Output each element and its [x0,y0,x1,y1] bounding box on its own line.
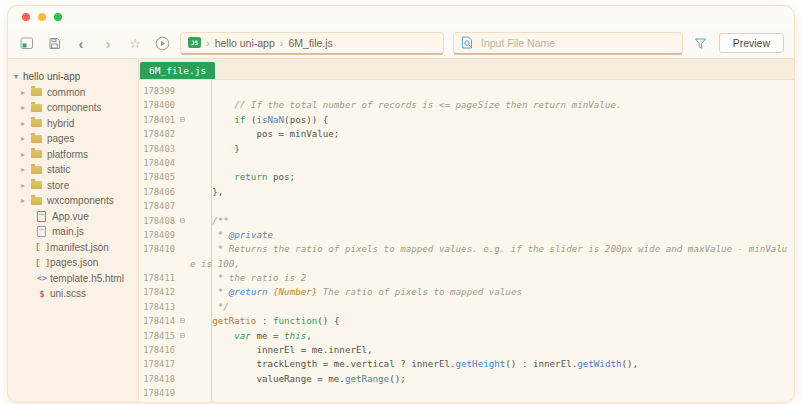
code-token: * the ratio is 2 [218,272,307,283]
code-line[interactable]: var me = this, [190,329,794,343]
code-row: 178402 pos = minValue; [139,127,794,141]
code-line[interactable]: }, [190,185,794,199]
chevron-right-icon[interactable]: ▸ [21,134,30,143]
code-token: (pos)) { [284,114,328,125]
folder-icon [31,150,42,158]
chevron-right-icon[interactable]: ▸ [21,181,30,190]
code-line[interactable]: if (isNaN(pos)) { [190,113,794,127]
code-row: 178406 }, [139,185,794,199]
file-icon: <> [35,273,49,283]
chevron-right-icon[interactable]: ▸ [21,103,30,112]
folder-icon [31,135,42,143]
code-line[interactable] [190,401,794,402]
code-token: getRange [345,373,389,384]
tree-item-folder[interactable]: ▸pages [8,131,138,147]
close-button[interactable] [22,13,30,21]
code-token [190,301,218,312]
main-content: ▾ hello uni-app ▸common▸components▸hybri… [8,59,794,402]
code-line[interactable]: * the ratio is 2 [190,271,794,285]
fold-marker-icon[interactable]: ⊟ [175,314,190,328]
code-area[interactable]: 178399178400 // If the total number of r… [139,80,794,402]
code-token: /** [212,215,229,226]
line-number: 178402 [139,127,175,141]
fold-marker-icon[interactable]: ⊟ [175,113,190,127]
code-row: 178419 [139,386,794,400]
forward-icon[interactable]: › [99,34,117,52]
code-token: // If the total number of records is <= … [234,99,621,110]
minimize-button[interactable] [38,13,46,21]
chevron-right-icon[interactable]: ▸ [21,150,30,159]
code-line[interactable]: /** [190,214,794,228]
code-line[interactable]: // If the total number of records is <= … [190,98,794,112]
preview-button[interactable]: Preview [719,33,784,53]
code-line[interactable]: } [190,142,794,156]
fold-marker-icon[interactable]: ⊟ [175,214,190,228]
chevron-right-icon[interactable]: ▸ [21,165,30,174]
run-icon[interactable] [153,34,171,52]
code-line[interactable]: * Returns the ratio of pixels to mapped … [190,242,794,256]
code-line[interactable]: return pos; [190,170,794,184]
file-name-input[interactable] [479,36,675,50]
code-token: this [284,330,306,341]
code-token [190,243,218,254]
code-line[interactable]: * @return {Number} The ratio of pixels t… [190,285,794,299]
zoom-button[interactable] [54,13,62,21]
breadcrumb[interactable]: JS ›hello uni-app›6M_file.js [180,32,444,55]
code-line[interactable]: getRatio : function() { [190,314,794,328]
tree-item-folder[interactable]: ▸platforms [8,147,138,163]
code-line[interactable]: */ [190,300,794,314]
tree-item-file[interactable]: <>template.h5.html [8,271,138,287]
code-row: 178413 */ [139,300,794,314]
line-number: 178407 [139,199,175,213]
code-row: 178410 * Returns the ratio of pixels to … [139,242,794,256]
tree-item-folder[interactable]: ▸static [8,162,138,178]
tree-item-file[interactable]: $uni.scss [8,286,138,302]
tree-item-folder[interactable]: ▸common [8,85,138,101]
tree-item-file[interactable]: main.js [8,224,138,240]
code-token: * Returns the ratio of pixels to mapped … [218,243,788,254]
code-token: * [218,286,229,297]
code-line[interactable]: innerEl = me.innerEl, [190,343,794,357]
code-line[interactable]: e is 100, [190,257,794,271]
code-line[interactable]: trackLength = me.vertical ? innerEl.getH… [190,357,794,371]
code-row: 178401⊟ if (isNaN(pos)) { [139,113,794,127]
star-icon[interactable]: ☆ [126,34,144,52]
code-line[interactable] [190,156,794,170]
file-icon: [ ] [35,258,49,268]
tree-item-folder[interactable]: ▸store [8,178,138,194]
code-line[interactable] [190,84,794,98]
tree-item-folder[interactable]: ▸hybrid [8,116,138,132]
chevron-right-icon[interactable]: ▸ [21,119,30,128]
breadcrumb-item[interactable]: hello uni-app [215,37,275,49]
code-token [190,330,234,341]
tree-item-file[interactable]: App.vue [8,209,138,225]
filter-icon[interactable] [692,34,710,52]
project-panel-icon[interactable] [18,34,36,52]
code-line[interactable] [190,199,794,213]
tree-item-file[interactable]: [ ]pages.json [8,255,138,271]
fold-spacer [175,142,190,156]
tree-item-file[interactable]: [ ]manifest.json [8,240,138,256]
tab-active[interactable]: 6M_file.js [140,62,215,79]
line-number: 178417 [139,357,175,371]
file-search-bar[interactable] [453,32,683,55]
code-token: pos; [267,171,295,182]
tree-item-root[interactable]: ▾ hello uni-app [8,69,138,85]
back-icon[interactable]: ‹ [72,34,90,52]
code-line[interactable]: valueRange = me.getRange(); [190,372,794,386]
code-line[interactable]: * @private [190,228,794,242]
breadcrumb-item[interactable]: 6M_file.js [288,37,332,49]
code-line[interactable]: pos = minValue; [190,127,794,141]
chevron-right-icon[interactable]: ▸ [21,196,30,205]
tree-item-folder[interactable]: ▸components [8,100,138,116]
code-line[interactable] [190,386,794,400]
code-row: 178405 return pos; [139,170,794,184]
fold-spacer [175,285,190,299]
tree-item-folder[interactable]: ▸wxcomponents [8,193,138,209]
chevron-right-icon[interactable]: ▸ [21,88,30,97]
code-token: return [234,171,267,182]
save-icon[interactable] [45,34,63,52]
code-row: 178407 [139,199,794,213]
chevron-down-icon[interactable]: ▾ [14,72,23,81]
fold-marker-icon[interactable]: ⊟ [175,329,190,343]
